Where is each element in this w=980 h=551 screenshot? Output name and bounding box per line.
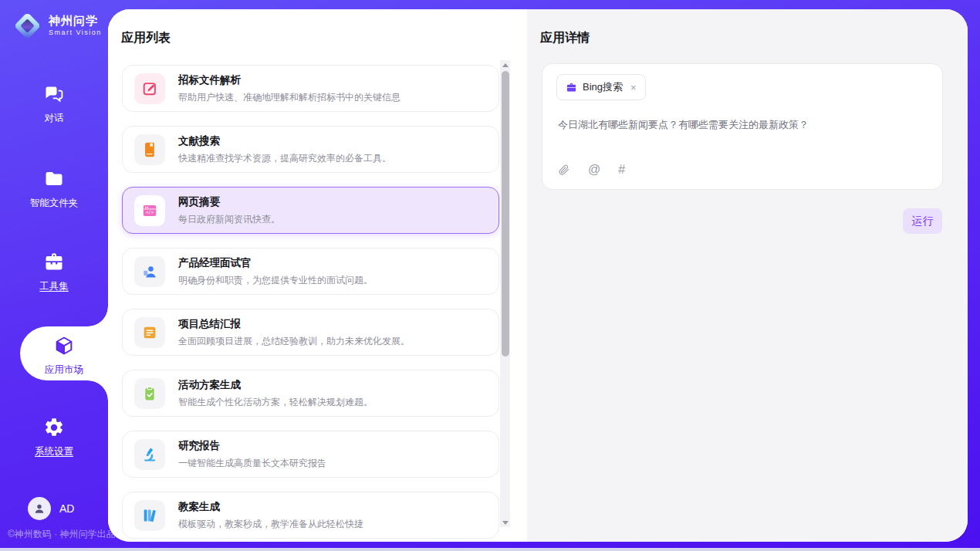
person-icon (32, 502, 46, 516)
run-button[interactable]: 运行 (903, 208, 942, 234)
avatar[interactable] (28, 497, 51, 520)
logo-diamond-icon (12, 11, 42, 40)
hash-icon[interactable]: # (618, 163, 625, 177)
toolbox-icon (43, 252, 65, 273)
app-logo: 神州问学 Smart Vision (12, 11, 102, 40)
app-card[interactable]: 研究报告 一键智能生成高质量长文本研究报告 (122, 431, 499, 478)
app-card[interactable]: 产品经理面试官 明确身份和职责，为您提供专业性的面试问题。 (122, 248, 499, 295)
logo-subtitle: Smart Vision (49, 29, 102, 36)
sidebar-item-label: 对话 (0, 112, 108, 125)
sidebar-item-label: 系统设置 (0, 445, 108, 458)
sidebar-item-label: 应用市场 (20, 363, 108, 377)
at-icon[interactable]: @ (588, 163, 600, 177)
app-card-desc: 一键智能生成高质量长文本研究报告 (178, 457, 326, 470)
tab-curve-bottom (88, 380, 108, 401)
sidebar-item-label: 工具集 (0, 280, 108, 293)
app-card[interactable]: 项目总结汇报 全面回顾项目进展，总结经验教训，助力未来优化发展。 (122, 309, 499, 356)
tag-close-icon[interactable]: × (630, 83, 637, 93)
sidebar-item-toolset[interactable]: 工具集 (0, 252, 108, 293)
tool-tag-bing-search[interactable]: Bing搜索 × (556, 74, 646, 100)
app-card-name: 研究报告 (178, 439, 326, 453)
app-card-desc: 明确身份和职责，为您提供专业性的面试问题。 (178, 274, 373, 287)
bottom-edge-strip (0, 548, 980, 551)
app-card-name: 产品经理面试官 (178, 256, 373, 270)
app-card-name: 网页摘要 (178, 195, 280, 209)
app-card-desc: 智能生成个性化活动方案，轻松解决规划难题。 (178, 396, 373, 409)
query-input[interactable]: 今日湖北有哪些新闻要点？有哪些需要关注的最新政策？ (558, 118, 927, 163)
tab-curve-top (88, 306, 108, 326)
edit-doc-icon (134, 73, 165, 104)
app-card-desc: 帮助用户快速、准确地理解和解析招标书中的关键信息 (178, 91, 400, 104)
app-card[interactable]: 活动方案生成 智能生成个性化活动方案，轻松解决规划难题。 (122, 370, 499, 417)
sidebar: 神州问学 Smart Vision 对话 智能文件夹 工具集 应用市场 系统设置 (0, 0, 108, 548)
books-icon (134, 500, 165, 531)
svg-text:</>: </> (146, 210, 154, 215)
app-card[interactable]: 教案生成 模板驱动，教案秒成，教学准备从此轻松快捷 (122, 492, 499, 539)
sidebar-item-app-market[interactable]: 应用市场 (20, 326, 108, 380)
sidebar-item-smart-folder[interactable]: 智能文件夹 (0, 168, 108, 210)
app-window: 神州问学 Smart Vision 对话 智能文件夹 工具集 应用市场 系统设置 (0, 0, 980, 551)
app-card-name: 文献搜索 (178, 134, 391, 148)
report-icon (134, 317, 165, 348)
interviewer-icon (134, 256, 165, 287)
copyright-text: ©神州数码 · 神州问学出品 (8, 528, 116, 541)
scroll-up-arrow-icon[interactable] (500, 60, 510, 69)
scrollbar[interactable] (500, 60, 510, 527)
app-card-desc: 全面回顾项目进展，总结经验教训，助力未来优化发展。 (178, 335, 410, 348)
app-card[interactable]: 招标文件解析 帮助用户快速、准确地理解和解析招标书中的关键信息 (122, 65, 499, 112)
scrollbar-thumb[interactable] (502, 71, 509, 357)
app-card-desc: 每日政府新闻资讯快查。 (178, 213, 280, 226)
cube-icon (53, 335, 75, 357)
gear-icon (43, 417, 65, 438)
tool-tag-label: Bing搜索 (583, 80, 623, 94)
app-list: 招标文件解析 帮助用户快速、准确地理解和解析招标书中的关键信息 文献搜索 快速精… (122, 65, 499, 542)
app-list-title: 应用列表 (121, 30, 171, 46)
app-card-desc: 模板驱动，教案秒成，教学准备从此轻松快捷 (178, 518, 363, 531)
app-list-panel: 应用列表 招标文件解析 帮助用户快速、准确地理解和解析招标书中的关键信息 文献搜… (108, 9, 527, 542)
prompt-card: Bing搜索 × 今日湖北有哪些新闻要点？有哪些需要关注的最新政策？ @ # (542, 63, 943, 190)
microscope-icon (134, 439, 165, 470)
app-card-name: 招标文件解析 (178, 73, 400, 87)
app-card-name: 教案生成 (178, 500, 363, 514)
app-card-desc: 快速精准查找学术资源，提高研究效率的必备工具。 (178, 152, 391, 165)
logo-title: 神州问学 (49, 14, 102, 27)
app-detail-title: 应用详情 (540, 30, 590, 46)
sidebar-item-settings[interactable]: 系统设置 (0, 417, 108, 458)
chat-icon (43, 83, 65, 105)
user-name: AD (59, 502, 74, 515)
browser-code-icon: </> (134, 195, 165, 226)
paperclip-icon[interactable] (558, 164, 570, 176)
sidebar-item-label: 智能文件夹 (0, 197, 108, 210)
user-account[interactable]: AD (28, 497, 74, 520)
briefcase-icon (566, 82, 577, 93)
folder-icon (43, 168, 65, 190)
app-detail-panel: 应用详情 Bing搜索 × 今日湖北有哪些新闻要点？有哪些需要关注的最新政策？ … (527, 9, 968, 542)
prompt-toolbar: @ # (558, 163, 942, 177)
app-card-name: 项目总结汇报 (178, 317, 410, 331)
clipboard-check-icon (134, 378, 165, 409)
sidebar-item-chat[interactable]: 对话 (0, 83, 108, 125)
scroll-down-arrow-icon[interactable] (500, 518, 510, 527)
app-card[interactable]: 文献搜索 快速精准查找学术资源，提高研究效率的必备工具。 (122, 126, 499, 173)
app-card-name: 活动方案生成 (178, 378, 373, 392)
main-content: 应用列表 招标文件解析 帮助用户快速、准确地理解和解析招标书中的关键信息 文献搜… (108, 9, 968, 542)
app-card[interactable]: </> 网页摘要 每日政府新闻资讯快查。 (122, 187, 499, 234)
book-icon (134, 134, 165, 165)
